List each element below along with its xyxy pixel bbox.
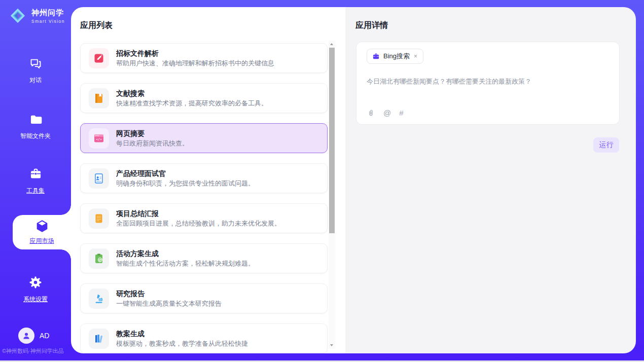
microscope-icon — [93, 293, 105, 305]
app-desc: 一键智能生成高质量长文本研究报告 — [116, 299, 222, 308]
pencil-square-icon — [93, 52, 105, 64]
app-detail-title: 应用详情 — [355, 20, 388, 31]
list-item-web-summary[interactable]: </> 网页摘要 每日政府新闻资讯快查。 — [80, 123, 328, 153]
sidebar-item-label: 应用市场 — [30, 237, 54, 245]
app-tile — [89, 288, 109, 309]
sidebar-item-label: 对话 — [29, 76, 42, 85]
gear-icon — [28, 275, 43, 289]
book-icon — [93, 92, 105, 104]
app-title: 网页摘要 — [116, 128, 189, 138]
active-tab-fillet-bottom — [61, 249, 71, 260]
list-item-lesson-plan[interactable]: 教案生成 模板驱动，教案秒成，教学准备从此轻松快捷 — [80, 323, 328, 353]
app-title: 研究报告 — [116, 288, 222, 299]
clipboard-check-icon — [93, 252, 105, 265]
app-title: 活动方案生成 — [116, 248, 255, 259]
app-desc: 明确身份和职责，为您提供专业性的面试问题。 — [116, 178, 255, 188]
app-list-title: 应用列表 — [80, 20, 113, 31]
app-desc: 模板驱动，教案秒成，教学准备从此轻松快捷 — [116, 339, 248, 348]
tool-chip-label: Bing搜索 — [383, 52, 410, 61]
app-title: 招标文件解析 — [116, 48, 274, 58]
books-icon — [93, 333, 105, 345]
brand-title: 神州问学 — [31, 8, 65, 18]
app-title: 教案生成 — [116, 329, 248, 339]
list-item-pm-interviewer[interactable]: 产品经理面试官 明确身份和职责，为您提供专业性的面试问题。 — [80, 163, 328, 193]
briefcase-icon — [372, 53, 380, 60]
app-desc: 每日政府新闻资讯快查。 — [116, 138, 189, 148]
app-list: 招标文件解析 帮助用户快速、准确地理解和解析招标书中的关键信息 文献搜索 快速精… — [80, 43, 328, 353]
app-tile — [89, 88, 109, 108]
app-tile — [89, 168, 109, 189]
app-desc: 快速精准查找学术资源，提高研究效率的必备工具。 — [116, 98, 268, 108]
hash-icon[interactable]: # — [399, 109, 403, 117]
mention-icon[interactable]: @ — [383, 109, 391, 117]
app-tile — [89, 48, 109, 68]
app-detail-panel: 应用详情 Bing搜索 × 今日湖北有哪些新闻要点？有哪些需要关注的最新政策？ … — [345, 7, 636, 353]
list-item-project-summary[interactable]: 项目总结汇报 全面回顾项目进展，总结经验教训，助力未来优化发展。 — [80, 203, 328, 233]
folder-icon — [29, 113, 43, 126]
cube-icon — [35, 219, 49, 233]
person-icon — [22, 331, 31, 340]
prompt-input[interactable]: 今日湖北有哪些新闻要点？有哪些需要关注的最新政策？ — [367, 77, 605, 86]
run-button[interactable]: 运行 — [593, 137, 619, 153]
diamond-logo-icon — [8, 6, 27, 25]
copyright-footer: ©神州数码·神州问学出品 — [2, 347, 71, 355]
app-desc: 帮助用户快速、准确地理解和解析招标书中的关键信息 — [116, 58, 274, 68]
app-title: 项目总结汇报 — [116, 208, 281, 219]
scroll-down-icon[interactable] — [330, 344, 333, 346]
app-tile — [89, 248, 109, 269]
app-title: 产品经理面试官 — [116, 168, 255, 178]
list-item-bid-parse[interactable]: 招标文件解析 帮助用户快速、准确地理解和解析招标书中的关键信息 — [80, 43, 328, 73]
tool-chip-bing-search[interactable]: Bing搜索 × — [367, 49, 423, 64]
app-desc: 智能生成个性化活动方案，轻松解决规划难题。 — [116, 259, 255, 268]
user-name: AD — [40, 332, 49, 340]
app-desc: 全面回顾项目进展，总结经验教训，助力未来优化发展。 — [116, 219, 281, 228]
sidebar-item-label: 系统设置 — [23, 295, 48, 304]
active-tab-fillet-top — [61, 205, 71, 215]
list-item-research-report[interactable]: 研究报告 一键智能生成高质量长文本研究报告 — [80, 283, 328, 313]
sidebar-item-toolset[interactable]: 工具集 — [0, 167, 71, 195]
notepad-icon — [93, 212, 105, 225]
brand-logo: 神州问学 Smart Vision — [8, 6, 65, 25]
app-tile: </> — [89, 128, 109, 149]
sidebar-item-settings[interactable]: 系统设置 — [0, 275, 71, 304]
resume-person-icon — [93, 172, 105, 185]
scroll-up-icon[interactable] — [330, 43, 333, 45]
browser-code-icon: </> — [93, 132, 105, 144]
app-tile — [89, 329, 109, 349]
attachment-toolbar: @ # — [367, 108, 404, 117]
sidebar-item-label: 智能文件夹 — [20, 132, 51, 140]
sidebar-item-app-market[interactable]: 应用市场 — [13, 215, 71, 249]
chat-icon — [29, 57, 43, 70]
app-list-panel: 应用列表 招标文件解析 帮助用户快速、准确地理解和解析招标书中的关键信息 — [71, 7, 345, 353]
prompt-card: Bing搜索 × 今日湖北有哪些新闻要点？有哪些需要关注的最新政策？ @ # — [356, 42, 620, 125]
sidebar-item-smart-folder[interactable]: 智能文件夹 — [0, 113, 71, 140]
paperclip-icon[interactable] — [367, 108, 375, 117]
app-title: 文献搜索 — [116, 88, 268, 98]
sidebar: 神州问学 Smart Vision 对话 智能文件夹 工具集 — [0, 0, 71, 360]
user-account[interactable]: AD — [18, 328, 49, 344]
scrollbar[interactable] — [329, 41, 335, 349]
main-content: 应用列表 招标文件解析 帮助用户快速、准确地理解和解析招标书中的关键信息 — [71, 7, 636, 353]
avatar — [18, 328, 34, 344]
brand-subtitle: Smart Vision — [31, 19, 65, 24]
chip-close-icon[interactable]: × — [413, 53, 418, 60]
svg-text:</>: </> — [96, 137, 102, 141]
sidebar-item-label: 工具集 — [26, 187, 45, 195]
briefcase-icon — [29, 167, 43, 181]
scrollbar-thumb[interactable] — [329, 48, 335, 233]
list-item-event-plan[interactable]: 活动方案生成 智能生成个性化活动方案，轻松解决规划难题。 — [80, 243, 328, 273]
list-item-literature-search[interactable]: 文献搜索 快速精准查找学术资源，提高研究效率的必备工具。 — [80, 83, 328, 113]
sidebar-item-chat[interactable]: 对话 — [0, 57, 71, 85]
app-tile — [89, 208, 109, 229]
